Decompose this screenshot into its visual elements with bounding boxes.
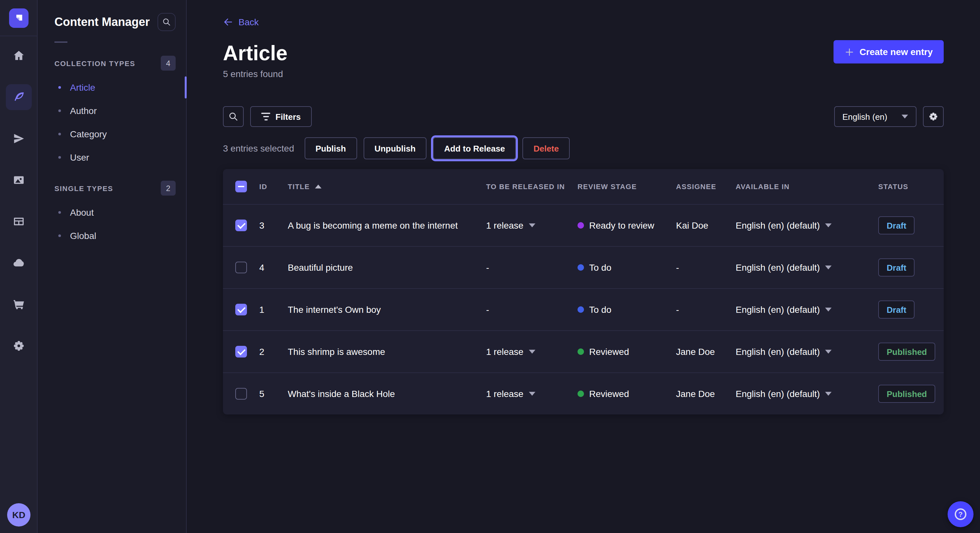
release-dropdown[interactable]: - (486, 305, 578, 315)
filters-button[interactable]: Filters (250, 106, 312, 127)
collection-types-count-badge: 4 (161, 56, 176, 71)
content-type-builder-icon[interactable] (5, 209, 32, 235)
column-header-available-in[interactable]: AVAILABLE IN (736, 182, 878, 190)
filter-icon (261, 113, 270, 121)
cell-id: 4 (259, 262, 288, 273)
sidebar-item-category[interactable]: Category (38, 122, 186, 146)
cell-review-stage: Ready to review (578, 220, 676, 230)
row-checkbox[interactable] (235, 262, 247, 273)
bullet-icon (58, 211, 61, 214)
deploy-cloud-icon[interactable] (5, 250, 32, 276)
view-settings-button[interactable] (923, 106, 944, 127)
sidebar-item-user[interactable]: User (38, 146, 186, 169)
status-badge: Published (878, 343, 935, 361)
row-checkbox[interactable] (235, 219, 247, 231)
cell-assignee: Jane Doe (676, 389, 736, 399)
row-checkbox[interactable] (235, 388, 247, 400)
review-stage-dot (578, 348, 584, 355)
strapi-logo[interactable] (9, 8, 28, 27)
release-dropdown[interactable]: - (486, 262, 578, 273)
plus-icon (845, 47, 854, 57)
cell-assignee: Jane Doe (676, 346, 736, 357)
sidebar-item-label: About (70, 207, 94, 217)
home-icon[interactable] (5, 43, 32, 69)
cell-id: 5 (259, 389, 288, 399)
add-to-release-button[interactable]: Add to Release (433, 137, 516, 159)
locale-select[interactable]: English (en) (834, 106, 916, 127)
subnav-search-button[interactable] (158, 13, 176, 31)
locale-dropdown[interactable]: English (en) (default) (736, 346, 878, 357)
media-library-icon[interactable] (5, 167, 32, 193)
column-header-status[interactable]: STATUS (878, 182, 944, 190)
cell-assignee: - (676, 305, 736, 315)
help-button[interactable]: ? (948, 501, 974, 527)
entries-count: 5 entries found (223, 69, 288, 79)
review-stage-dot (578, 222, 584, 228)
release-dropdown[interactable]: 1 release (486, 346, 578, 357)
status-badge: Published (878, 385, 935, 403)
cell-id: 3 (259, 220, 288, 230)
content-manager-icon[interactable] (5, 84, 32, 110)
selection-count-text: 3 entries selected (223, 143, 294, 154)
create-new-entry-button[interactable]: Create new entry (834, 40, 944, 63)
row-checkbox[interactable] (235, 304, 247, 316)
column-header-released[interactable]: TO BE RELEASED IN (486, 182, 578, 190)
entries-table: ID TITLE TO BE RELEASED IN REVIEW STAGE … (223, 169, 944, 414)
sidebar-item-article[interactable]: Article (38, 76, 186, 99)
table-row[interactable]: 2 This shrimp is awesome 1 release Revie… (223, 330, 944, 373)
sort-ascending-icon (315, 185, 321, 189)
cell-title: Beautiful picture (288, 262, 486, 273)
column-header-review-stage[interactable]: REVIEW STAGE (578, 182, 676, 190)
table-row[interactable]: 1 The internet's Own boy - To do - Engli… (223, 288, 944, 330)
releases-icon[interactable] (5, 125, 32, 152)
release-dropdown[interactable]: 1 release (486, 389, 578, 399)
sidebar-item-author[interactable]: Author (38, 99, 186, 122)
row-checkbox[interactable] (235, 346, 247, 357)
table-row[interactable]: 4 Beautiful picture - To do - English (e… (223, 246, 944, 288)
select-all-checkbox[interactable] (235, 181, 247, 192)
locale-caret-icon (825, 265, 832, 270)
cell-review-stage: Reviewed (578, 346, 676, 357)
cell-assignee: - (676, 262, 736, 273)
sidebar-item-label: Category (70, 129, 107, 139)
sidebar-item-label: Article (70, 82, 95, 93)
delete-button[interactable]: Delete (522, 137, 570, 159)
sidebar-item-about[interactable]: About (38, 201, 186, 224)
collection-types-section: COLLECTION TYPES 4 Article Author Catego… (38, 51, 186, 169)
locale-caret-icon (825, 308, 832, 311)
table-row[interactable]: 5 What's inside a Black Hole 1 release R… (223, 373, 944, 414)
locale-dropdown[interactable]: English (en) (default) (736, 389, 878, 399)
cell-title: The internet's Own boy (288, 305, 486, 315)
settings-icon[interactable] (5, 333, 32, 359)
back-link[interactable]: Back (223, 17, 259, 27)
arrow-left-icon (223, 17, 233, 27)
viewport: KD Content Manager COLLECTION TYPES 4 Ar… (0, 0, 980, 533)
locale-dropdown[interactable]: English (en) (default) (736, 220, 878, 230)
publish-button[interactable]: Publish (304, 137, 357, 159)
cell-title: A bug is becoming a meme on the internet (288, 220, 486, 230)
bullet-icon (58, 133, 61, 135)
main-content: Back Article 5 entries found Create new … (187, 0, 980, 533)
release-dropdown[interactable]: 1 release (486, 220, 578, 230)
status-badge: Draft (878, 300, 915, 319)
column-header-assignee[interactable]: ASSIGNEE (676, 182, 736, 190)
marketplace-icon[interactable] (5, 292, 32, 317)
cell-review-stage: To do (578, 262, 676, 273)
locale-dropdown[interactable]: English (en) (default) (736, 262, 878, 273)
column-header-id[interactable]: ID (259, 182, 288, 190)
sidebar-item-global[interactable]: Global (38, 224, 186, 247)
content-manager-subnav: Content Manager COLLECTION TYPES 4 Artic… (38, 0, 187, 533)
locale-dropdown[interactable]: English (en) (default) (736, 305, 878, 315)
release-caret-icon (528, 224, 535, 227)
column-header-title[interactable]: TITLE (288, 182, 486, 190)
gear-icon (928, 111, 939, 122)
locale-caret-icon (825, 392, 832, 396)
cell-review-stage: To do (578, 305, 676, 315)
unpublish-button[interactable]: Unpublish (363, 137, 426, 159)
sidebar-item-label: Global (70, 230, 96, 241)
user-avatar[interactable]: KD (7, 503, 30, 527)
table-row[interactable]: 3 A bug is becoming a meme on the intern… (223, 204, 944, 246)
search-icon (162, 17, 171, 27)
status-badge: Draft (878, 216, 915, 235)
search-button[interactable] (223, 106, 244, 127)
